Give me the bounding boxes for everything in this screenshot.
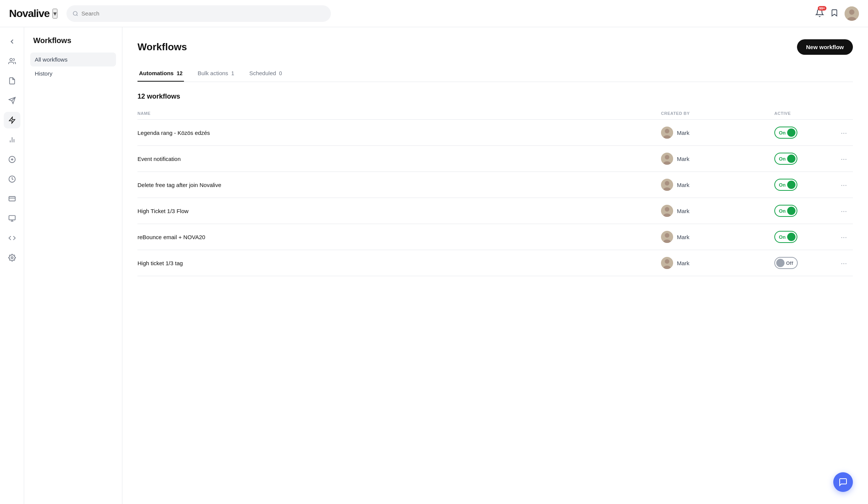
notification-button[interactable]: 99+ (815, 8, 824, 19)
creator-avatar-svg (661, 179, 673, 191)
creator-avatar (661, 257, 673, 269)
more-options-button[interactable]: ··· (835, 179, 853, 191)
code-nav-button[interactable] (4, 230, 20, 246)
creator-avatar (661, 179, 673, 191)
workflow-creator: Mark (661, 179, 774, 191)
svg-marker-8 (9, 117, 15, 124)
creator-name: Mark (677, 208, 689, 214)
creator-name: Mark (677, 234, 689, 240)
toggle-cell: On (774, 127, 835, 139)
avatar-svg (845, 6, 859, 21)
creator-name: Mark (677, 182, 689, 188)
workflow-creator: Mark (661, 231, 774, 243)
workflow-name: reBounce email + NOVA20 (137, 234, 661, 240)
search-icon (73, 11, 78, 17)
tab-automations-count: 12 (177, 70, 183, 76)
analytics-nav-button[interactable] (4, 131, 20, 148)
tab-automations-label: Automations (139, 70, 174, 76)
toggle-circle (787, 233, 795, 241)
creator-avatar-svg (661, 153, 673, 165)
toggle-circle (787, 155, 795, 163)
svg-point-32 (665, 207, 669, 212)
creator-avatar-svg (661, 205, 673, 217)
new-workflow-button[interactable]: New workflow (797, 39, 853, 55)
commission-nav-button[interactable] (4, 171, 20, 187)
tab-bulk-actions-count: 1 (231, 70, 234, 76)
svg-point-3 (849, 9, 854, 15)
toggle-on-label: On (779, 182, 786, 188)
more-options-button[interactable]: ··· (835, 231, 853, 243)
icon-sidebar (0, 27, 24, 504)
toggle-circle (787, 128, 795, 137)
toggle-circle (776, 259, 785, 267)
toggle-on-label: On (779, 156, 786, 162)
wallet-nav-button[interactable] (4, 190, 20, 207)
creator-avatar-inner (661, 257, 673, 269)
more-options-button[interactable]: ··· (835, 205, 853, 217)
creator-avatar-inner (661, 231, 673, 243)
send-nav-button[interactable] (4, 92, 20, 109)
workflow-name: Delete free tag after join Novalive (137, 182, 661, 188)
tab-scheduled-label: Scheduled (249, 70, 276, 76)
header-active: ACTIVE (774, 111, 835, 116)
creator-avatar (661, 127, 673, 139)
chat-fab[interactable] (833, 472, 853, 492)
sidebar-item-history[interactable]: History (30, 66, 116, 80)
document-nav-button[interactable] (4, 73, 20, 89)
back-button[interactable] (4, 33, 20, 50)
search-bar (66, 5, 331, 22)
svg-rect-16 (9, 196, 15, 201)
brand-dropdown[interactable]: ▾ (53, 9, 57, 19)
workflow-name: Event notification (137, 156, 661, 162)
svg-line-1 (77, 14, 78, 15)
toggle-on-button[interactable]: On (774, 153, 797, 165)
toggle-on-button[interactable]: On (774, 179, 797, 191)
workflow-name: Legenda rang - Közös edzés (137, 130, 661, 136)
bookmark-icon (830, 9, 839, 17)
search-input[interactable] (82, 10, 325, 17)
workflows-count: 12 workflows (137, 93, 853, 100)
notification-badge: 99+ (818, 6, 826, 11)
header-name: NAME (137, 111, 661, 116)
tab-bulk-actions-label: Bulk actions (198, 70, 228, 76)
nav-right: 99+ (815, 6, 859, 21)
creator-avatar-svg (661, 257, 673, 269)
table-body: Legenda rang - Közös edzés Mark On · (137, 120, 853, 276)
table-row: Legenda rang - Közös edzés Mark On · (137, 120, 853, 146)
header-created-by: CREATED BY (661, 111, 774, 116)
revenue-nav-button[interactable] (4, 151, 20, 168)
more-options-button[interactable]: ··· (835, 153, 853, 165)
table-row: High Ticket 1/3 Flow Mark On ··· (137, 198, 853, 224)
table-header: NAME CREATED BY ACTIVE (137, 108, 853, 120)
toggle-on-button[interactable]: On (774, 231, 797, 243)
toggle-on-label: On (779, 208, 786, 214)
settings-nav-button[interactable] (4, 249, 20, 266)
more-options-button[interactable]: ··· (835, 127, 853, 139)
users-nav-button[interactable] (4, 53, 20, 70)
toggle-cell: On (774, 153, 835, 165)
desktop-nav-button[interactable] (4, 210, 20, 227)
creator-avatar-inner (661, 127, 673, 139)
avatar-image (845, 6, 859, 21)
tab-automations[interactable]: Automations 12 (137, 65, 184, 82)
creator-avatar (661, 153, 673, 165)
toggle-on-label: On (779, 130, 786, 136)
tab-scheduled[interactable]: Scheduled 0 (248, 65, 284, 82)
workflow-creator: Mark (661, 205, 774, 217)
more-options-button[interactable]: ··· (835, 257, 853, 269)
toggle-off-button[interactable]: Off (774, 257, 798, 269)
sidebar-item-all-workflows[interactable]: All workflows (30, 53, 116, 66)
creator-avatar (661, 231, 673, 243)
svg-point-0 (73, 11, 77, 15)
tab-bulk-actions[interactable]: Bulk actions 1 (196, 65, 236, 82)
creator-avatar-inner (661, 153, 673, 165)
toggle-on-button[interactable]: On (774, 127, 797, 139)
automation-nav-button[interactable] (4, 112, 20, 128)
toggle-circle (787, 181, 795, 189)
toggle-circle (787, 207, 795, 215)
brand-logo: Novalive (9, 8, 49, 20)
avatar[interactable] (845, 6, 859, 21)
toggle-on-button[interactable]: On (774, 205, 797, 217)
bookmark-button[interactable] (830, 9, 839, 18)
table-row: High ticket 1/3 tag Mark Off ··· (137, 250, 853, 276)
